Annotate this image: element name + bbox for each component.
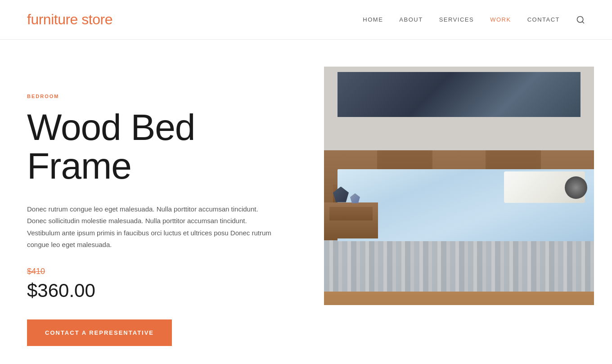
price-current: $360.00 [27,280,297,301]
svg-line-1 [582,21,584,23]
nav-work[interactable]: WORK [490,16,511,23]
bed-scene [324,67,594,305]
search-icon [576,15,585,24]
wall-painting [338,72,580,117]
bedside-lamp [565,176,587,199]
product-image [324,67,594,305]
price-original: $410 [27,267,297,276]
nightstand-drawer [329,207,373,220]
header: furniture store HOME ABOUT SERVICES WORK… [0,0,612,40]
main-content: BEDROOM Wood Bed Frame Donec rutrum cong… [0,40,612,364]
product-info: BEDROOM Wood Bed Frame Donec rutrum cong… [27,67,297,346]
rug [324,233,594,292]
product-title: Wood Bed Frame [27,108,297,185]
nav-services[interactable]: SERVICES [439,16,474,23]
search-button[interactable] [576,15,585,24]
nav-about[interactable]: ABOUT [399,16,423,23]
contact-representative-button[interactable]: CONTACT A REPRESENTATIVE [27,319,172,346]
nav-contact[interactable]: CONTACT [527,16,560,23]
nightstand [324,202,378,238]
product-description: Donec rutrum congue leo eget malesuada. … [27,203,279,251]
nav-home[interactable]: HOME [363,16,383,23]
logo[interactable]: furniture store [27,11,112,28]
navigation: HOME ABOUT SERVICES WORK CONTACT [363,15,585,24]
product-image-container [324,67,594,305]
product-category: BEDROOM [27,94,297,99]
